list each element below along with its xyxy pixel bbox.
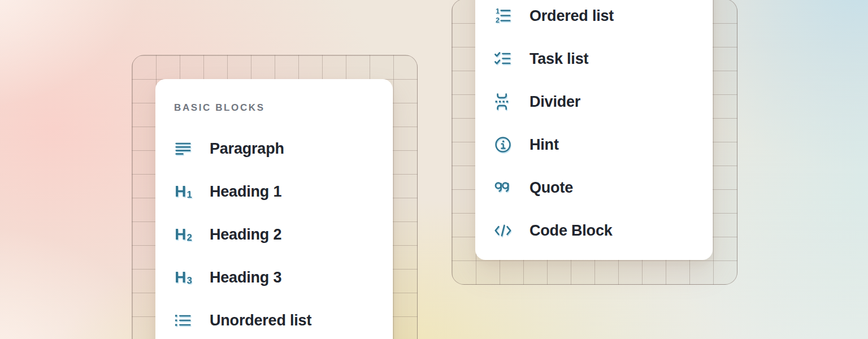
basic-blocks-menu-card: BASIC BLOCKS Paragraph H1 Heading 1 H2 H… — [155, 79, 393, 339]
menu-item-paragraph[interactable]: Paragraph — [155, 127, 393, 170]
menu-item-heading-2[interactable]: H2 Heading 2 — [155, 213, 393, 256]
menu-item-quote[interactable]: Quote — [475, 166, 713, 209]
divider-icon — [493, 92, 513, 111]
menu-item-label: Unordered list — [210, 312, 311, 329]
unordered-list-icon — [173, 311, 193, 330]
menu-item-label: Quote — [530, 179, 573, 197]
ordered-list-digit: 2 — [496, 16, 500, 24]
heading-2-icon: H2 — [173, 225, 193, 244]
section-title-basic-blocks: BASIC BLOCKS — [174, 102, 393, 114]
paragraph-icon — [173, 139, 193, 158]
menu-item-divider[interactable]: Divider — [475, 80, 713, 123]
blocks-menu-card: 1 2 Ordered list Task list — [475, 0, 713, 260]
menu-item-heading-1[interactable]: H1 Heading 1 — [155, 170, 393, 213]
ordered-list-digit: 1 — [496, 7, 500, 15]
menu-item-label: Ordered list — [530, 7, 614, 25]
heading-level-glyph: 1 — [186, 190, 192, 199]
heading-glyph: H — [175, 270, 186, 285]
heading-level-glyph: 3 — [186, 276, 192, 285]
menu-item-label: Paragraph — [210, 140, 284, 158]
menu-item-label: Divider — [530, 93, 580, 111]
menu-item-unordered-list[interactable]: Unordered list — [155, 299, 393, 339]
basic-blocks-menu: Paragraph H1 Heading 1 H2 Heading 2 H3 H… — [155, 127, 393, 339]
menu-item-code-block[interactable]: Code Block — [475, 209, 713, 252]
insert-block-menu-illustration: { "colors":{ "icon_teal":"#2E7490", "ico… — [0, 0, 868, 339]
heading-glyph: H — [175, 184, 186, 199]
menu-item-heading-3[interactable]: H3 Heading 3 — [155, 256, 393, 299]
heading-1-icon: H1 — [173, 182, 193, 201]
heading-glyph: H — [175, 227, 186, 242]
hint-icon — [493, 135, 513, 154]
task-list-icon — [493, 49, 513, 68]
menu-item-label: Heading 1 — [210, 183, 281, 201]
menu-item-label: Heading 2 — [210, 226, 281, 244]
blocks-menu: 1 2 Ordered list Task list — [475, 0, 713, 252]
quote-icon — [493, 178, 513, 197]
menu-item-label: Task list — [530, 50, 588, 68]
menu-item-ordered-list[interactable]: 1 2 Ordered list — [475, 0, 713, 37]
code-block-icon — [493, 221, 513, 240]
heading-level-glyph: 2 — [186, 233, 192, 242]
ordered-list-icon: 1 2 — [493, 6, 513, 25]
menu-item-label: Heading 3 — [210, 269, 281, 286]
menu-item-label: Code Block — [530, 222, 613, 240]
heading-3-icon: H3 — [173, 268, 193, 287]
menu-item-label: Hint — [530, 136, 559, 154]
menu-item-task-list[interactable]: Task list — [475, 37, 713, 80]
menu-item-hint[interactable]: Hint — [475, 123, 713, 166]
